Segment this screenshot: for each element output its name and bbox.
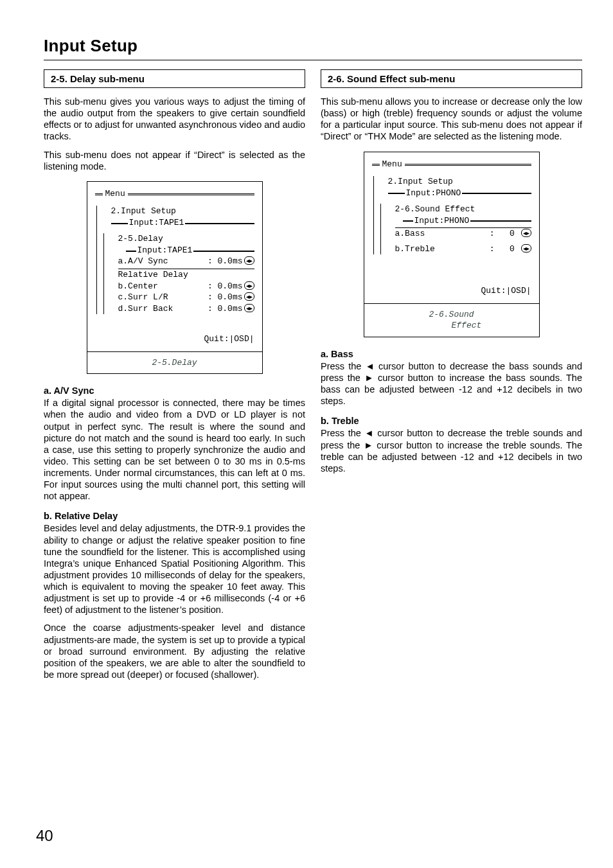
left-right-icon: ◂▸ xyxy=(244,281,254,290)
osd-menu-title-row: Menu xyxy=(95,188,254,200)
two-column-layout: 2-5. Delay sub-menu This sub-menu gives … xyxy=(44,69,582,687)
osd-treble-label: b.Treble xyxy=(395,244,435,255)
left-right-icon: ◂▸ xyxy=(521,244,531,252)
osd-treble-row[interactable]: b.Treble : 0 ◂▸ xyxy=(386,244,531,255)
osd-center-value: 0.0ms xyxy=(217,281,242,291)
left-right-icon: ◂▸ xyxy=(244,292,254,301)
osd-surr-value: 0.0ms xyxy=(217,292,242,302)
page-title: Input Setup xyxy=(44,36,582,56)
osd-input-2: Input:PHONO xyxy=(413,215,471,227)
osd-breadcrumb-1: 2.Input Setup xyxy=(379,176,531,188)
osd-bass-label: a.Bass xyxy=(395,228,425,240)
relative-delay-body-2: Once the coarse adjustments-speaker leve… xyxy=(44,622,305,680)
osd-breadcrumb-1: 2.Input Setup xyxy=(102,206,254,217)
bass-heading: a. Bass xyxy=(321,349,582,359)
osd-treble-value: 0 xyxy=(510,244,515,254)
delay-intro-1: This sub-menu gives you various ways to … xyxy=(44,96,305,143)
osd-center-row[interactable]: b.Center : 0.0ms◂▸ xyxy=(109,281,254,292)
relative-delay-body-1: Besides level and delay adjustments, the… xyxy=(44,522,305,616)
osd-center-label: b.Center xyxy=(118,281,158,292)
relative-delay-heading: b. Relative Delay xyxy=(44,511,305,521)
left-right-icon: ◂▸ xyxy=(244,256,254,265)
osd-menu-label: Menu xyxy=(103,188,128,200)
osd-bass-value: 0 xyxy=(510,229,515,238)
osd-menu-title-row: Menu xyxy=(372,159,531,170)
osd-quit-hint: Quit:|OSD| xyxy=(95,333,254,345)
osd-av-sync-label: a.A/V Sync xyxy=(118,256,168,267)
delay-osd-panel: Menu 2.Input Setup Input:TAPE1 xyxy=(87,181,263,375)
osd-bass-row[interactable]: a.Bass : 0 ◂▸ xyxy=(386,228,531,240)
sound-effect-submenu-header: 2-6. Sound Effect sub-menu xyxy=(321,69,582,88)
osd-back-label: d.Surr Back xyxy=(118,303,173,315)
page-number: 40 xyxy=(36,827,53,845)
bass-body: Press the ◄ cursor button to decrease th… xyxy=(321,360,582,407)
left-right-icon: ◂▸ xyxy=(244,304,254,312)
osd-av-sync-row[interactable]: a.A/V Sync : 0.0ms◂▸ xyxy=(109,256,254,267)
treble-body: Press the ◄ cursor button to decrease th… xyxy=(321,427,582,474)
osd-back-value: 0.0ms xyxy=(217,304,242,314)
osd-surr-row[interactable]: c.Surr L/R : 0.0ms◂▸ xyxy=(109,292,254,303)
osd-menu-label: Menu xyxy=(380,159,405,170)
divider xyxy=(44,60,582,60)
av-sync-body: If a digital signal processor is connect… xyxy=(44,397,305,502)
delay-intro-2: This sub-menu does not appear if “Direct… xyxy=(44,149,305,172)
delay-submenu-header: 2-5. Delay sub-menu xyxy=(44,69,305,88)
osd-breadcrumb-2: 2-6.Sound Effect xyxy=(386,204,531,215)
osd-surr-label: c.Surr L/R xyxy=(118,292,168,303)
osd-av-sync-value: 0.0ms xyxy=(217,256,242,266)
treble-heading: b. Treble xyxy=(321,416,582,426)
sound-effect-osd-panel: Menu 2.Input Setup Input:PHONO xyxy=(364,152,540,337)
osd-relative-delay-title: Relative Delay xyxy=(109,269,254,281)
osd-input-1: Input:PHONO xyxy=(405,188,463,199)
osd-quit-hint: Quit:|OSD| xyxy=(372,285,531,297)
osd-input-1: Input:TAPE1 xyxy=(128,217,186,229)
left-right-icon: ◂▸ xyxy=(521,229,531,237)
right-column: 2-6. Sound Effect sub-menu This sub-menu… xyxy=(321,69,582,687)
osd-breadcrumb-2: 2-5.Delay xyxy=(109,233,254,245)
osd-back-row[interactable]: d.Surr Back : 0.0ms◂▸ xyxy=(109,303,254,315)
osd-caption: 2-5.Delay xyxy=(87,351,262,374)
osd-caption: 2-6.Sound Effect xyxy=(364,303,539,337)
av-sync-heading: a. A/V Sync xyxy=(44,385,305,396)
osd-input-2: Input:TAPE1 xyxy=(136,245,194,256)
sound-effect-intro: This sub-menu allows you to increase or … xyxy=(321,96,582,143)
left-column: 2-5. Delay sub-menu This sub-menu gives … xyxy=(44,69,305,687)
